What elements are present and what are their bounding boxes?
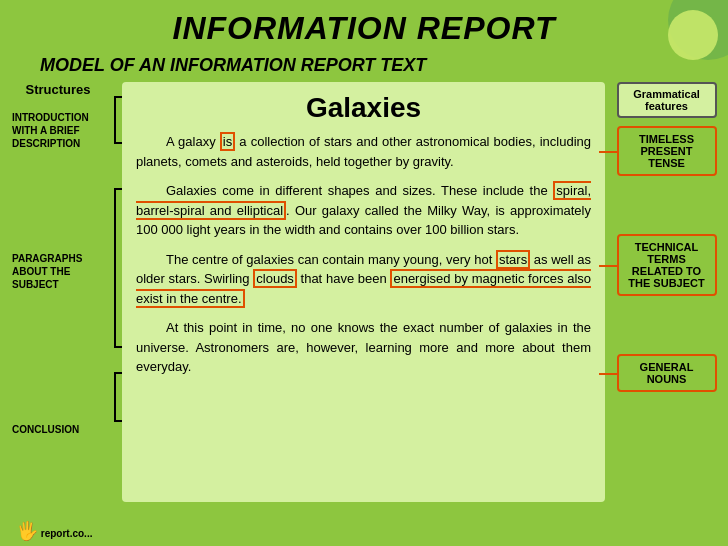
- feature-timeless-present-tense: TIMELESS PRESENT TENSE: [617, 126, 717, 176]
- grammatical-features-box: Grammaticalfeatures: [617, 82, 717, 118]
- sidebar-item-paragraphs: PARAGRAPHSABOUT THESUBJECT: [8, 250, 108, 293]
- content-paragraph-intro: A galaxy is a collection of stars and ot…: [136, 132, 591, 171]
- highlight-energised: energised by magnetic forces also exist …: [136, 269, 591, 308]
- sidebar-item-introduction: INTRODUCTIONWITH A BRIEFDESCRIPTION: [8, 109, 108, 152]
- structures-label: Structures: [8, 82, 108, 97]
- logo-text: report.co...: [41, 528, 93, 539]
- highlight-stars: stars: [496, 250, 530, 269]
- feature-technical-terms: TECHNICALTERMSRELATED TOTHE SUBJECT: [617, 234, 717, 296]
- content-paragraph-conclusion: At this point in time, no one knows the …: [136, 318, 591, 377]
- highlight-spiral: spiral, barrel-spiral and elliptical: [136, 181, 591, 220]
- content-area: Galaxies A galaxy is a collection of sta…: [122, 82, 605, 502]
- header: INFORMATION REPORT: [0, 0, 728, 53]
- highlight-is: is: [220, 132, 235, 151]
- subtitle: MODEL OF AN INFORMATION REPORT TEXT: [40, 55, 426, 75]
- logo-area: 🖐 report.co...: [16, 520, 92, 542]
- left-sidebar: Structures INTRODUCTIONWITH A BRIEFDESCR…: [8, 82, 108, 502]
- logo-icon: 🖐: [16, 521, 38, 541]
- feature-label-technical: TECHNICALTERMSRELATED TOTHE SUBJECT: [628, 241, 704, 289]
- right-sidebar: Grammaticalfeatures TIMELESS PRESENT TEN…: [605, 82, 720, 502]
- feature-label-timeless: TIMELESS PRESENT TENSE: [639, 133, 694, 169]
- sidebar-item-conclusion: CONCLUSION: [8, 421, 108, 438]
- content-paragraph-centre: The centre of galaxies can contain many …: [136, 250, 591, 309]
- content-title: Galaxies: [136, 92, 591, 124]
- feature-label-general: GENERALNOUNS: [640, 361, 694, 385]
- subtitle-bar: MODEL OF AN INFORMATION REPORT TEXT: [0, 53, 728, 82]
- feature-general-nouns: GENERALNOUNS: [617, 354, 717, 392]
- page-title: INFORMATION REPORT: [0, 10, 728, 47]
- grammatical-label: Grammaticalfeatures: [633, 88, 700, 112]
- highlight-clouds: clouds: [253, 269, 297, 288]
- content-paragraph-shapes: Galaxies come in different shapes and si…: [136, 181, 591, 240]
